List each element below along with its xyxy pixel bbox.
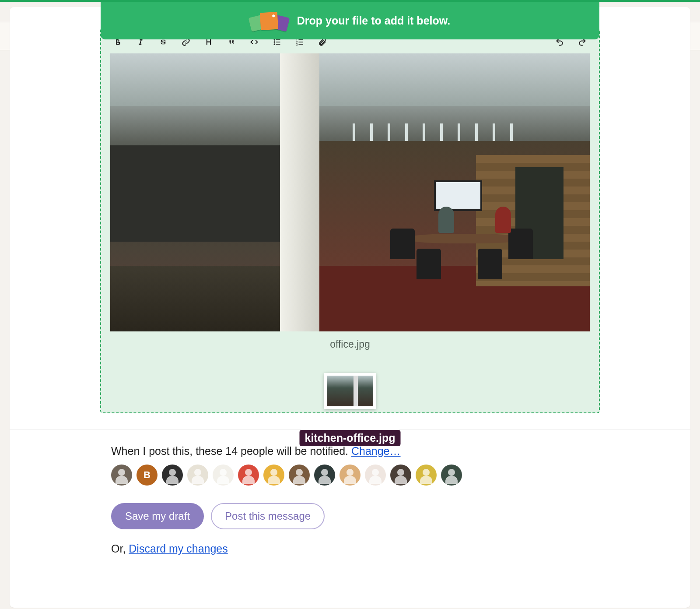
avatar[interactable] xyxy=(213,465,234,486)
change-subscribers-link[interactable]: Change… xyxy=(351,445,401,457)
avatar[interactable] xyxy=(416,465,437,486)
avatar[interactable] xyxy=(263,465,284,486)
svg-rect-1 xyxy=(276,39,280,40)
drop-banner-text: Drop your file to add it below. xyxy=(297,14,450,27)
action-buttons: Save my draft Post this message xyxy=(111,503,589,529)
editor-drop-zone[interactable]: 123 office.jpg xyxy=(100,28,600,413)
post-message-button[interactable]: Post this message xyxy=(211,503,325,529)
svg-text:3: 3 xyxy=(296,43,298,46)
notify-count: 14 xyxy=(225,445,238,457)
attached-image-preview[interactable] xyxy=(110,53,590,331)
card-divider xyxy=(10,429,690,430)
notify-prefix: When I post this, these xyxy=(111,445,225,457)
dragging-file-label: kitchen-office.jpg xyxy=(300,430,401,446)
avatar[interactable]: B xyxy=(136,465,158,486)
notify-suffix: people will be notified. xyxy=(238,445,351,457)
notify-line: When I post this, these 14 people will b… xyxy=(111,445,589,458)
attached-image-caption: office.jpg xyxy=(105,338,595,350)
avatar[interactable] xyxy=(441,465,462,486)
avatar[interactable] xyxy=(314,465,335,486)
svg-rect-3 xyxy=(276,42,280,42)
dragging-file-thumbnail[interactable] xyxy=(324,373,376,409)
svg-point-4 xyxy=(274,43,275,45)
discard-changes-link[interactable]: Discard my changes xyxy=(129,542,228,555)
svg-point-2 xyxy=(274,41,275,42)
file-stack-icon xyxy=(250,10,289,32)
svg-rect-5 xyxy=(276,44,280,45)
avatar[interactable] xyxy=(390,465,411,486)
avatar[interactable] xyxy=(238,465,259,486)
avatar[interactable] xyxy=(340,465,360,486)
svg-rect-9 xyxy=(299,42,303,42)
save-draft-button[interactable]: Save my draft xyxy=(111,503,204,529)
avatar[interactable] xyxy=(187,465,208,486)
or-prefix: Or, xyxy=(111,542,129,555)
discard-row: Or, Discard my changes xyxy=(111,542,589,555)
drop-file-banner: Drop your file to add it below. xyxy=(101,2,599,39)
svg-rect-11 xyxy=(299,44,303,45)
avatar[interactable] xyxy=(365,465,386,486)
message-card: 123 office.jpg kitchen-office xyxy=(10,7,690,608)
avatar[interactable] xyxy=(162,465,183,486)
subscriber-avatars: B xyxy=(111,465,589,486)
avatar[interactable] xyxy=(289,465,310,486)
svg-rect-7 xyxy=(299,39,303,40)
avatar[interactable] xyxy=(111,465,132,486)
post-footer-area: When I post this, these 14 people will b… xyxy=(111,445,589,555)
